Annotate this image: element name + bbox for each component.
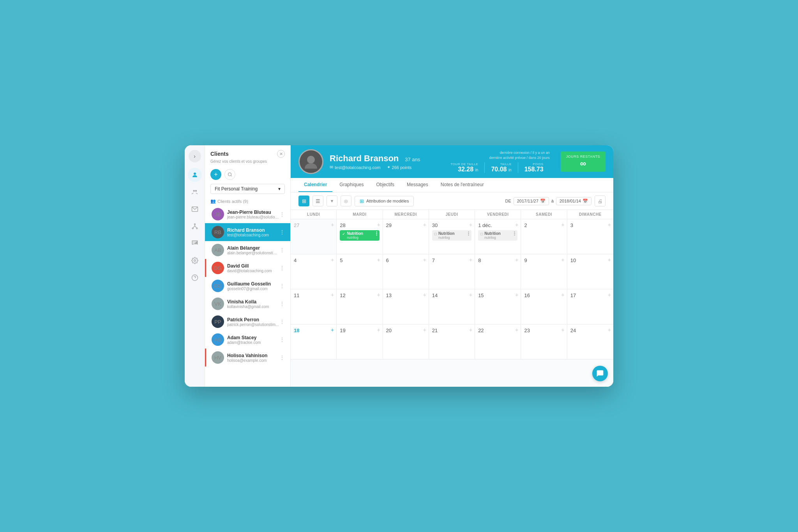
cal-add-button[interactable]: + [608,292,611,298]
cal-filter-button[interactable]: ▼ [327,196,337,206]
nav-icon-users[interactable] [188,185,202,199]
cal-add-button[interactable]: + [377,292,380,298]
client-menu-dots[interactable]: ⋮ [279,283,285,289]
taille-label: TAILLE [491,162,511,166]
nav-icon-settings[interactable] [188,254,202,268]
print-button[interactable]: 🖨 [595,196,606,206]
calendar-grid: LUNDI MARDI MERCREDI JEUDI VENDREDI SAME… [291,210,613,387]
client-info-guillaume: Guillaume Gosselin gosselin07@gmail.com [227,281,279,291]
client-item-richard[interactable]: RB Richard Branson test@totalcoaching.co… [205,223,290,241]
avatar-david: DG [212,262,224,274]
client-item-patrick[interactable]: PP Patrick Perron patrick.perron@solutio… [205,313,290,331]
jours-label: JOURS RESTANTS [566,155,600,159]
client-menu-dots[interactable]: ⋮ [279,354,285,361]
cal-cell-27: 27 + [291,219,337,254]
cal-add-button[interactable]: + [469,327,472,333]
nav-icon-network[interactable] [188,219,202,233]
date-to-value: 2018/01/14 [560,199,581,203]
client-item-david[interactable]: DG David Gill david@totalcoaching.com ⋮ [205,259,290,277]
sidebar-close-button[interactable]: ✕ [277,150,285,158]
cal-add-button[interactable]: + [469,292,472,298]
client-item-vinisha[interactable]: VK Vinisha Kolla kollavinisha@gmail.com … [205,295,290,313]
day-header-vendredi: VENDREDI [475,210,521,219]
cal-add-button[interactable]: + [515,292,518,298]
client-name: Alain Bélanger [227,245,279,251]
last-activity-text: dernière activité prévue / dans 20 jours [489,155,550,160]
avatar-alain: AB [212,244,224,256]
tab-graphiques[interactable]: Graphiques [334,178,369,192]
cal-add-button[interactable]: + [423,327,426,333]
cal-add-button[interactable]: + [515,327,518,333]
event-menu[interactable] [514,231,515,236]
cal-add-button[interactable]: + [469,222,472,228]
tour-unit: in [475,168,478,172]
event-menu[interactable] [468,231,469,236]
client-menu-dots[interactable]: ⋮ [279,265,285,271]
nav-icon-mail[interactable] [188,202,202,216]
cal-filter2-button[interactable]: ◎ [341,196,351,206]
cal-add-button[interactable]: + [561,222,565,228]
client-menu-dots[interactable]: ⋮ [279,319,285,325]
client-menu-dots[interactable]: ⋮ [279,211,285,217]
client-menu-dots[interactable]: ⋮ [279,229,285,235]
chat-button[interactable] [592,366,608,381]
profile-age: 37 ans [405,157,420,162]
client-menu-dots[interactable]: ⋮ [279,301,285,307]
cal-add-button[interactable]: + [608,257,611,263]
cal-cell-5: 5 + [337,254,383,289]
cal-cell-19: 19 + [337,324,383,359]
client-item-adam[interactable]: AS Adam Stacey adam@trackie.com ⋮ [205,331,290,349]
cal-add-button[interactable]: + [561,292,565,298]
cal-date: 6 [386,257,389,263]
cal-add-button[interactable]: + [561,257,565,263]
client-item-holisoa[interactable]: HV Holisoa Vahinison holisoa@example.com… [205,349,290,366]
cal-add-button[interactable]: + [423,292,426,298]
event-menu[interactable] [376,231,377,236]
nav-icon-help[interactable] [188,271,202,285]
search-button[interactable] [224,169,235,180]
add-client-button[interactable]: + [210,169,221,180]
client-item-jean-pierre[interactable]: JB Jean-Pierre Bluteau jean-pierre.blute… [205,205,290,223]
cal-add-button[interactable]: + [608,222,611,228]
cal-add-button[interactable]: + [561,327,565,333]
attribution-button[interactable]: ⊞ Attribution de modèles [355,196,414,206]
cal-view-list-button[interactable]: ☰ [312,196,323,206]
cal-add-button[interactable]: + [377,257,380,263]
cal-add-button[interactable]: + [331,292,334,298]
nav-expand-button[interactable]: › [189,150,201,162]
cal-add-button[interactable]: + [377,222,380,228]
cal-add-button[interactable]: + [515,257,518,263]
cal-add-button[interactable]: + [423,222,426,228]
cal-add-button[interactable]: + [608,327,611,333]
client-name: Jean-Pierre Bluteau [227,210,279,215]
poids-label: POIDS [524,162,544,166]
nav-icon-chat[interactable] [188,236,202,250]
taille-value-row: 70.08 in [491,166,511,173]
client-menu-dots[interactable]: ⋮ [279,336,285,343]
client-menu-dots[interactable]: ⋮ [279,247,285,253]
cal-view-grid-button[interactable]: ⊞ [298,196,309,206]
client-item-guillaume[interactable]: GG Guillaume Gosselin gosselin07@gmail.c… [205,277,290,295]
cal-add-button[interactable]: + [331,327,334,333]
tab-objectifs[interactable]: Objectifs [371,178,400,192]
tab-notes[interactable]: Notes de l'entraîneur [435,178,489,192]
cal-add-button[interactable]: + [515,222,518,228]
date-to-input[interactable]: 2018/01/14 📅 [556,197,591,205]
cal-cell-18: 18 + [291,324,337,359]
cal-cell-10: 10 + [567,254,613,289]
cal-add-button[interactable]: + [331,222,334,228]
cal-add-button[interactable]: + [331,257,334,263]
client-item-alain[interactable]: AB Alain Bélanger alain.belanger@solutio… [205,241,290,259]
cal-date: 18 [294,328,299,333]
cal-add-button[interactable]: + [423,257,426,263]
cal-add-button[interactable]: + [377,327,380,333]
client-name: Richard Branson [227,227,279,233]
group-selector[interactable]: Fit Personal Training ▾ [210,184,285,194]
cal-add-button[interactable]: + [469,257,472,263]
date-from-input[interactable]: 2017/11/27 📅 [514,197,549,205]
tab-messages[interactable]: Messages [401,178,434,192]
tab-calendrier[interactable]: Calendrier [298,178,332,192]
nav-icon-person[interactable] [188,168,202,182]
client-email: patrick.perron@solutionstim... [227,322,279,327]
client-info-patrick: Patrick Perron patrick.perron@solutionst… [227,317,279,327]
